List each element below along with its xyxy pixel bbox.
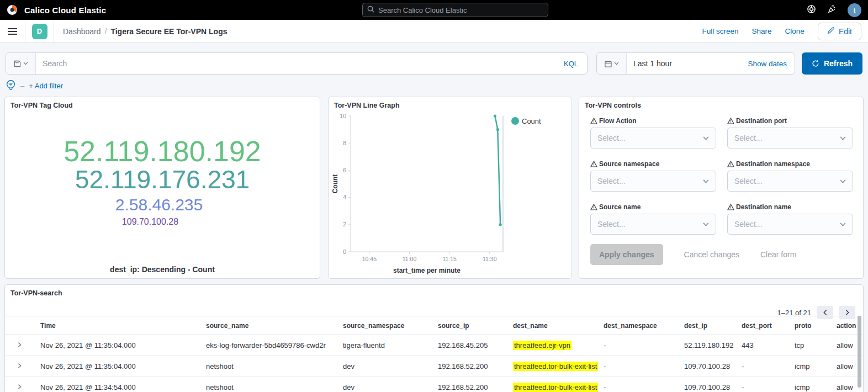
warning-icon bbox=[727, 204, 734, 210]
cell-dest-ip: 109.70.100.28 bbox=[680, 356, 737, 377]
refresh-button-label: Refresh bbox=[824, 59, 853, 68]
global-search-input[interactable] bbox=[378, 6, 543, 14]
breadcrumb-separator: / bbox=[105, 27, 107, 36]
warning-icon bbox=[590, 118, 597, 124]
search-table-panel: Tor-VPN-search 1–21 of 21 Time source_na… bbox=[4, 284, 864, 392]
refresh-icon bbox=[812, 60, 819, 67]
cell-proto: icmp bbox=[790, 377, 832, 392]
warning-icon bbox=[590, 161, 597, 167]
line-chart[interactable]: 024681010:4511:0011:1511:30Countstart_ti… bbox=[331, 110, 568, 276]
tag-ip-1[interactable]: 52.119.180.192 bbox=[63, 137, 261, 166]
field-destination-namespace: Destination namespace Select... bbox=[727, 160, 853, 192]
chevron-down-icon bbox=[23, 62, 28, 65]
chevron-down-icon bbox=[840, 136, 846, 140]
tag-ip-3[interactable]: 2.58.46.235 bbox=[115, 197, 203, 213]
svg-text:10:45: 10:45 bbox=[362, 256, 377, 262]
controls-panel: Tor-VPN controls Flow Action Select... D… bbox=[579, 97, 864, 279]
chevron-down-icon bbox=[840, 223, 846, 226]
breadcrumb-dashboard[interactable]: Dashboard bbox=[63, 27, 101, 36]
destination-port-select[interactable]: Select... bbox=[727, 128, 853, 149]
source-name-select[interactable]: Select... bbox=[590, 214, 716, 235]
svg-text:8: 8 bbox=[343, 140, 346, 146]
flow-action-select[interactable]: Select... bbox=[590, 128, 716, 149]
prev-page-button[interactable] bbox=[817, 306, 833, 319]
highlighted-dest-name: threatfeed.tor-bulk-exit-list bbox=[513, 362, 598, 371]
full-screen-link[interactable]: Full screen bbox=[702, 27, 739, 35]
calico-logo-icon bbox=[7, 4, 18, 15]
menu-hamburger-icon[interactable] bbox=[0, 20, 25, 43]
cell-dest-namespace: - bbox=[599, 335, 680, 356]
user-avatar[interactable]: t bbox=[848, 3, 861, 17]
table-header-row: Time source_name source_namespace source… bbox=[5, 316, 864, 335]
calendar-icon bbox=[605, 60, 612, 67]
show-dates-button[interactable]: Show dates bbox=[748, 60, 795, 68]
cell-source-namespace: dev bbox=[338, 356, 433, 377]
kql-search-box: KQL bbox=[6, 52, 588, 75]
svg-text:11:30: 11:30 bbox=[483, 256, 497, 262]
cell-dest-namespace: - bbox=[599, 377, 680, 392]
dashboard-badge[interactable]: D bbox=[32, 24, 47, 39]
cell-source-ip: 192.168.45.205 bbox=[433, 335, 509, 356]
svg-text:6: 6 bbox=[343, 167, 346, 173]
col-time: Time bbox=[36, 316, 202, 335]
chevron-down-icon bbox=[703, 223, 709, 226]
saved-query-button[interactable] bbox=[6, 53, 36, 74]
clear-form-button[interactable]: Clear form bbox=[760, 250, 796, 259]
col-source-ip: source_ip bbox=[433, 316, 509, 335]
destination-name-select[interactable]: Select... bbox=[727, 214, 853, 235]
row-expander-icon[interactable] bbox=[5, 335, 36, 356]
cell-dest-port: - bbox=[737, 356, 790, 377]
filter-set-icon[interactable] bbox=[6, 80, 16, 92]
search-icon bbox=[367, 5, 374, 15]
breadcrumb-bar: D Dashboard / Tigera Secure EE Tor-VPN L… bbox=[0, 20, 868, 43]
calendar-button[interactable] bbox=[597, 53, 627, 74]
chevron-down-icon bbox=[614, 62, 619, 65]
cell-source-ip: 192.168.52.200 bbox=[433, 377, 509, 392]
col-dest-ip: dest_ip bbox=[680, 316, 737, 335]
table-scrollbar[interactable] bbox=[858, 316, 861, 388]
field-label: Flow Action bbox=[599, 117, 637, 125]
cell-source-namespace: tigera-fluentd bbox=[338, 335, 433, 356]
svg-text:4: 4 bbox=[343, 194, 346, 200]
destination-namespace-select[interactable]: Select... bbox=[727, 171, 853, 192]
cell-time: Nov 26, 2021 @ 11:34:54.000 bbox=[36, 377, 202, 392]
query-search-input[interactable] bbox=[36, 53, 555, 74]
edit-button[interactable]: Edit bbox=[818, 23, 861, 40]
clone-link[interactable]: Clone bbox=[785, 27, 805, 35]
highlighted-dest-name: threatfeed.tor-bulk-exit-list bbox=[513, 383, 598, 392]
highlighted-dest-name: threatfeed.ejr-vpn bbox=[513, 341, 571, 350]
cell-dest-name: threatfeed.tor-bulk-exit-list bbox=[509, 377, 599, 392]
warning-icon bbox=[727, 118, 734, 124]
svg-text:0: 0 bbox=[343, 248, 346, 255]
cell-time: Nov 26, 2021 @ 11:35:04.000 bbox=[36, 356, 202, 377]
time-range-value[interactable]: Last 1 hour bbox=[627, 59, 672, 68]
breadcrumb: Dashboard / Tigera Secure EE Tor-VPN Log… bbox=[63, 27, 227, 36]
cell-dest-port: 443 bbox=[737, 335, 790, 356]
tag-ip-2[interactable]: 52.119.176.231 bbox=[75, 167, 250, 192]
next-page-button[interactable] bbox=[839, 306, 855, 319]
row-expander-icon[interactable] bbox=[5, 377, 36, 392]
field-label: Source namespace bbox=[599, 160, 659, 168]
cell-dest-name: threatfeed.ejr-vpn bbox=[509, 335, 599, 356]
add-filter-link[interactable]: + Add filter bbox=[29, 82, 63, 90]
field-source-namespace: Source namespace Select... bbox=[590, 160, 716, 192]
cancel-changes-button[interactable]: Cancel changes bbox=[684, 250, 739, 259]
source-namespace-select[interactable]: Select... bbox=[590, 171, 716, 192]
breadcrumb-current: Tigera Secure EE Tor-VPN Logs bbox=[110, 27, 227, 36]
edit-button-label: Edit bbox=[839, 27, 852, 36]
svg-text:10: 10 bbox=[340, 113, 346, 119]
help-icon[interactable] bbox=[807, 4, 816, 16]
refresh-button[interactable]: Refresh bbox=[802, 52, 862, 75]
kql-language-button[interactable]: KQL bbox=[555, 53, 587, 74]
tag-cloud-panel: Tor-VPN Tag Cloud 52.119.180.192 52.119.… bbox=[4, 97, 320, 279]
tag-ip-4[interactable]: 109.70.100.28 bbox=[122, 218, 178, 226]
row-expander-icon[interactable] bbox=[5, 356, 36, 377]
party-popper-icon[interactable] bbox=[827, 4, 837, 16]
cell-dest-ip: 52.119.180.192 bbox=[680, 335, 737, 356]
apply-changes-button[interactable]: Apply changes bbox=[590, 244, 663, 265]
svg-text:11:00: 11:00 bbox=[403, 256, 417, 262]
share-link[interactable]: Share bbox=[752, 27, 772, 35]
global-search-box[interactable] bbox=[362, 3, 548, 17]
cell-source-name: netshoot bbox=[202, 356, 338, 377]
field-label: Destination port bbox=[736, 117, 787, 125]
